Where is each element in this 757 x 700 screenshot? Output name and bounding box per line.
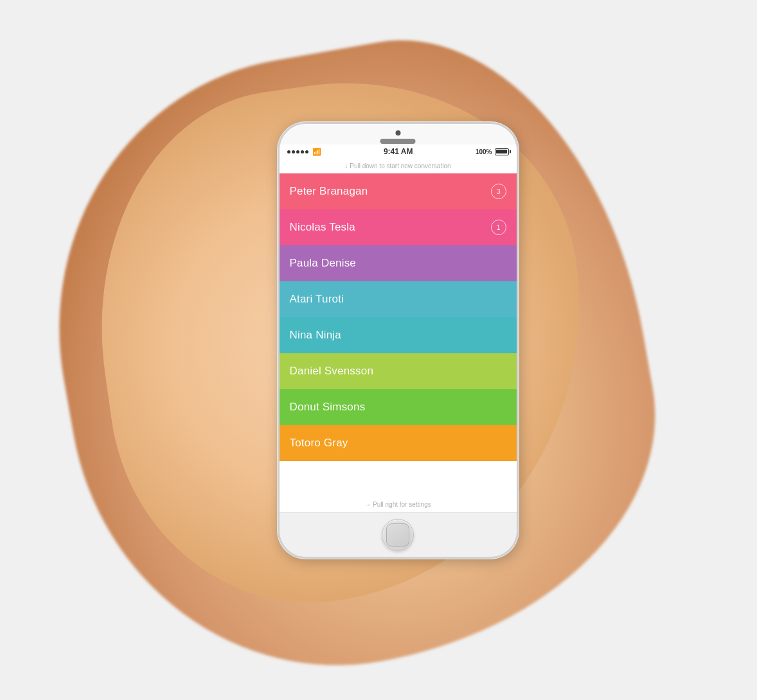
conversation-item-peter-branagan[interactable]: Peter Branagan3	[280, 173, 517, 209]
signal-dot-3	[296, 150, 299, 153]
signal-dot-2	[292, 150, 295, 153]
phone-device: 📶 9:41 AM 100% ↓ Pull down to start new …	[278, 122, 519, 559]
pull-right-hint: → Pull right for settings	[280, 497, 517, 512]
conversation-item-paula-denise[interactable]: Paula Denise	[280, 245, 517, 281]
signal-dot-1	[287, 150, 290, 153]
phone-bottom	[280, 512, 517, 557]
empty-space	[280, 461, 517, 497]
conversation-name-peter-branagan: Peter Branagan	[290, 185, 368, 198]
conversation-item-donut-simsons[interactable]: Donut Simsons	[280, 389, 517, 425]
conversation-list: Peter Branagan3Nicolas Tesla1Paula Denis…	[280, 173, 517, 497]
conversation-name-paula-denise: Paula Denise	[290, 257, 357, 270]
signal-dot-4	[301, 150, 304, 153]
home-button[interactable]	[382, 519, 414, 551]
conversation-name-totoro-gray: Totoro Gray	[290, 437, 348, 450]
conversation-badge-peter-branagan: 3	[491, 184, 506, 199]
status-battery: 100%	[476, 148, 509, 155]
status-bar: 📶 9:41 AM 100%	[280, 144, 517, 159]
signal-dot-5	[305, 150, 308, 153]
conversation-item-daniel-svensson[interactable]: Daniel Svensson	[280, 353, 517, 389]
battery-fill	[496, 150, 507, 153]
phone-top-hardware	[380, 130, 416, 144]
conversation-item-nicolas-tesla[interactable]: Nicolas Tesla1	[280, 209, 517, 245]
battery-percent: 100%	[476, 148, 492, 155]
conversation-name-nina-ninja: Nina Ninja	[290, 329, 341, 342]
status-time: 9:41 AM	[384, 147, 413, 156]
conversation-name-atari-turoti: Atari Turoti	[290, 293, 344, 306]
conversation-name-donut-simsons: Donut Simsons	[290, 401, 366, 414]
conversation-name-daniel-svensson: Daniel Svensson	[290, 365, 374, 378]
status-signal: 📶	[287, 148, 321, 156]
camera	[395, 130, 400, 136]
conversation-item-nina-ninja[interactable]: Nina Ninja	[280, 317, 517, 353]
conversation-item-totoro-gray[interactable]: Totoro Gray	[280, 425, 517, 461]
conversation-name-nicolas-tesla: Nicolas Tesla	[290, 221, 355, 234]
home-button-inner	[386, 523, 409, 547]
battery-icon	[495, 148, 509, 155]
conversation-item-atari-turoti[interactable]: Atari Turoti	[280, 281, 517, 317]
speaker	[380, 139, 416, 144]
wifi-icon: 📶	[312, 148, 321, 156]
conversation-badge-nicolas-tesla: 1	[491, 220, 506, 235]
pull-down-hint: ↓ Pull down to start new conversation	[280, 159, 517, 173]
screen: ↓ Pull down to start new conversation Pe…	[280, 159, 517, 512]
